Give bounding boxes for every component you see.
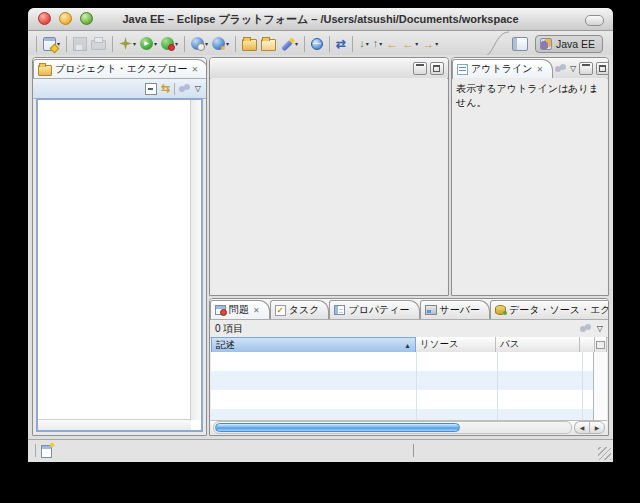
dropdown-arrow-icon[interactable]: ▾ [435, 41, 438, 47]
tab-outline[interactable]: アウトライン ✕ [452, 59, 553, 78]
close-icon[interactable]: ✕ [253, 306, 260, 315]
statusbar-separator [413, 444, 414, 457]
column-label: 記述 [216, 339, 235, 352]
minimize-window-button[interactable] [59, 12, 72, 25]
close-window-button[interactable] [38, 12, 51, 25]
open-folder-button[interactable] [240, 37, 259, 51]
table-vertical-scrollbar[interactable] [593, 352, 607, 421]
perspective-switcher: Java EE [510, 35, 609, 53]
table-horizontal-scrollbar[interactable]: ◀ ▶ [211, 420, 607, 434]
next-annotation-button[interactable]: ↓▾ [357, 38, 371, 49]
scroll-left-button[interactable]: ◀ [574, 421, 589, 434]
scroll-right-button[interactable]: ▶ [589, 421, 605, 434]
tab-servers[interactable]: サーバー [420, 300, 490, 319]
tab-label: プロジェクト・エクスプロー [55, 62, 188, 76]
sort-ascending-icon: ▲ [404, 342, 411, 349]
workbench: プロジェクト・エクスプロー ✕ ⇆ ▽ [28, 55, 613, 440]
filters-icon[interactable] [580, 324, 592, 334]
open-perspective-button[interactable] [510, 37, 530, 51]
vertical-scrollbar[interactable] [190, 100, 201, 420]
perspective-java-ee-button[interactable]: Java EE [535, 35, 603, 53]
dropdown-arrow-icon[interactable]: ▾ [154, 41, 157, 47]
view-menu-icon[interactable]: ▽ [195, 85, 201, 93]
view-menu-icon[interactable]: ▽ [597, 325, 603, 333]
toolbar-toggle-button[interactable] [585, 15, 604, 26]
print-button[interactable] [89, 37, 108, 50]
tab-label: 問題 [229, 303, 249, 317]
collapse-all-icon[interactable] [145, 83, 157, 95]
view-window-buttons: ▽ [553, 62, 609, 78]
column-header-resource[interactable]: リソース [416, 337, 496, 352]
horizontal-scrollbar[interactable] [38, 419, 191, 430]
dropdown-arrow-icon[interactable]: ▾ [366, 41, 369, 47]
tab-problems[interactable]: 問題 ✕ [210, 300, 270, 319]
view-window-buttons [411, 62, 448, 78]
dropdown-arrow-icon[interactable]: ▾ [295, 41, 298, 47]
forward-button[interactable]: →▾ [420, 38, 440, 50]
dropdown-arrow-icon[interactable]: ▾ [226, 41, 229, 47]
items-count: 0 項目 [215, 322, 243, 336]
synchronize-button[interactable]: ⇄ [334, 38, 348, 50]
perspective-bar-curve [482, 31, 510, 56]
dropdown-arrow-icon[interactable]: ▾ [205, 41, 208, 47]
save-button[interactable] [71, 37, 89, 51]
servers-icon [425, 305, 437, 315]
new-wizard-button[interactable]: ▾ [41, 37, 62, 51]
project-explorer-tree[interactable] [36, 98, 203, 432]
external-tools-button[interactable]: ▾ [159, 37, 180, 50]
link-with-editor-icon[interactable]: ⇆ [161, 83, 170, 94]
close-icon[interactable]: ✕ [536, 65, 543, 74]
forward-arrow-icon: → [422, 38, 434, 50]
maximize-view-button[interactable] [596, 62, 609, 75]
column-header-description[interactable]: 記述 ▲ [211, 337, 416, 352]
column-header-path[interactable]: パス [496, 337, 580, 352]
tab-label: サーバー [440, 303, 480, 317]
view-menu-icon[interactable]: ▽ [570, 65, 576, 73]
last-edit-location-button[interactable]: ← [384, 38, 400, 50]
resize-grip[interactable] [598, 447, 611, 460]
import-folder-button[interactable] [259, 37, 278, 51]
toolbar-separator [112, 36, 113, 52]
close-icon[interactable]: ✕ [192, 65, 199, 74]
titlebar[interactable]: Java EE – Eclipse プラットフォーム – /Users/atsu… [28, 8, 613, 31]
dropdown-arrow-icon[interactable]: ▾ [133, 41, 136, 47]
web-app-wizard-button[interactable]: ▾ [210, 37, 231, 50]
zoom-window-button[interactable] [80, 12, 93, 25]
dropdown-arrow-icon[interactable]: ▾ [415, 41, 418, 47]
table-body[interactable] [211, 352, 594, 421]
toolbar-separator [66, 36, 67, 52]
filters-icon[interactable] [555, 64, 567, 74]
fast-view-icon[interactable] [41, 445, 52, 458]
properties-icon [334, 305, 345, 315]
tab-data-source-explorer[interactable]: データ・ソース・エク [490, 300, 609, 319]
tab-project-explorer[interactable]: プロジェクト・エクスプロー ✕ [33, 59, 207, 78]
problems-toolbar: ▽ [580, 324, 603, 334]
down-arrow-icon: ↓ [359, 38, 365, 49]
traffic-lights [38, 12, 93, 25]
dropdown-arrow-icon[interactable]: ▾ [379, 41, 382, 47]
project-explorer-toolbar: ⇆ ▽ [33, 79, 206, 99]
scrollbar-arrows: ◀ ▶ [574, 421, 605, 434]
dropdown-arrow-icon[interactable]: ▾ [175, 41, 178, 47]
previous-annotation-button[interactable]: ↑▾ [371, 38, 385, 49]
web-browser-button[interactable] [309, 38, 325, 50]
perspective-label: Java EE [556, 38, 595, 50]
debug-button[interactable]: ▾ [117, 37, 138, 50]
statusbar-separator [35, 444, 36, 457]
scrollbar-track[interactable] [213, 421, 572, 434]
minimize-view-button[interactable] [579, 62, 593, 75]
minimize-view-button[interactable] [413, 62, 427, 75]
run-button[interactable]: ▶▾ [138, 37, 159, 50]
maximize-view-button[interactable] [430, 62, 444, 75]
tab-tasks[interactable]: ✓ タスク [270, 300, 330, 319]
eclipse-window: Java EE – Eclipse プラットフォーム – /Users/atsu… [28, 8, 613, 462]
marker-button[interactable]: ▾ [278, 39, 300, 48]
filters-icon[interactable] [179, 84, 191, 94]
back-button[interactable]: ←▾ [400, 38, 420, 50]
tab-properties[interactable]: プロパティー [329, 300, 419, 319]
folder-icon [38, 65, 52, 76]
web-service-wizard-button[interactable]: ▾ [189, 37, 210, 50]
scrollbar-thumb[interactable] [215, 423, 460, 432]
window-title: Java EE – Eclipse プラットフォーム – /Users/atsu… [28, 12, 613, 27]
outline-empty-message: 表示するアウトラインはありません。 [456, 83, 599, 108]
